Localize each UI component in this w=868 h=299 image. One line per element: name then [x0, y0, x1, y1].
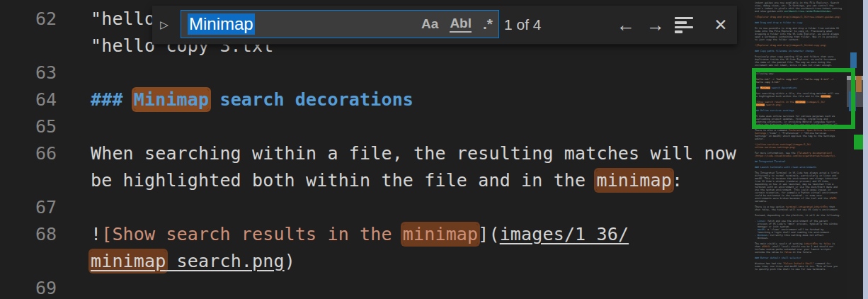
find-match-highlight: Minimap: [134, 89, 209, 110]
code-text: be highlighted both within the file and …: [91, 170, 596, 191]
arrow-right-icon: →: [646, 14, 665, 35]
chevron-right-icon: ▷: [160, 18, 169, 31]
minimap-text: Instead, depending on the platform, it w…: [755, 214, 840, 217]
selection-lines-icon: [675, 26, 693, 29]
minimap-text: when false, the terminal will not use VS…: [755, 208, 839, 211]
whole-word-button[interactable]: Abl: [450, 16, 472, 33]
minimap-text: variable.: [755, 200, 767, 203]
minimap-line: environments were broken because of the …: [755, 197, 847, 200]
minimap-text: ![Explorer drag and drop](images/1_36/dn…: [755, 44, 826, 47]
code-text: !: [91, 224, 101, 244]
minimap-line: Settings" on macOS) which applies the ta…: [755, 135, 847, 137]
code-text: _search.png: [166, 251, 284, 271]
minimap-text: (https://code.visualstudio.com/docs/gets…: [755, 154, 835, 157]
find-input[interactable]: Minimap Aa Abl .*: [181, 10, 499, 38]
line-number: 69: [0, 275, 57, 299]
minimap-text: ## Integrated Terminal: [755, 160, 786, 163]
minimap-text: Settings" on macOS) which applies the ta…: [755, 135, 835, 137]
code-text: images/1_36/: [500, 224, 629, 244]
selection-lines-icon: [675, 30, 683, 33]
match-case-button[interactable]: Aa: [421, 16, 438, 32]
minimap-text: .: [835, 154, 836, 157]
line-number: 64: [0, 86, 57, 113]
line-number: 63: [0, 60, 57, 86]
minimap-text: false: [784, 251, 792, 254]
minimap-line: ![Explorer drag and drop](images/1_36/tr…: [755, 16, 847, 18]
find-in-selection-button[interactable]: [675, 6, 699, 44]
overview-ruler-marker-blue: [850, 52, 857, 68]
code-line[interactable]: ![Show search results in the minimap](im…: [91, 221, 629, 248]
minimap-text: online-services-settings.png): [755, 146, 796, 149]
annotation-marker: [854, 135, 864, 150]
find-match-highlight: minimap: [596, 170, 671, 191]
toggle-replace-button[interactable]: ▷: [152, 6, 176, 44]
selection-lines-icon: [675, 21, 687, 24]
minimap-text: ### Launch terminals with clean environm…: [755, 166, 816, 169]
line-number: 66: [0, 140, 57, 167]
code-text: search decorations: [209, 89, 413, 110]
minimap-line: (https://code.visualstudio.com/docs/gets…: [755, 154, 847, 157]
minimap-text: .: [830, 10, 832, 13]
minimap-text: ![Explorer drag and drop](images/1_36/tr…: [755, 16, 840, 18]
arrow-left-icon: ←: [617, 14, 635, 35]
code-line[interactable]: When searching within a file, the result…: [91, 140, 736, 167]
regex-button[interactable]: .*: [483, 16, 493, 33]
next-match-button[interactable]: →: [644, 6, 668, 44]
code-text: ](: [478, 224, 499, 244]
find-widget: ▷ Minimap Aa Abl .* 1 of 4 ← → ✕: [152, 6, 737, 45]
minimap-text: : Currently this setting does not affect: [767, 234, 823, 237]
minimap-text: to quickly pick the shell to use for new…: [755, 268, 826, 271]
minimap-text: increment was not ideal, since it was no…: [755, 64, 832, 67]
overview-ruler-marker-find: [856, 76, 862, 92]
code-line[interactable]: ### Minimap search decorations: [91, 86, 413, 113]
minimap-text: ### Copy paths filename incrementer chan…: [755, 50, 813, 52]
close-find-widget-button[interactable]: ✕: [709, 6, 733, 44]
line-number: 62: [0, 6, 57, 33]
find-match-highlight: minimap: [403, 224, 478, 244]
selection-lines-icon: [675, 17, 693, 20]
minimap-line: when false, the terminal will not use VS…: [755, 208, 847, 211]
minimap-text: ### Better default shell selector: [755, 256, 801, 259]
minimap-text: editor.: [755, 137, 765, 140]
close-icon: ✕: [714, 16, 727, 34]
minimap-text: and show guides with: [755, 10, 784, 13]
minimap-text: ### Drag and drop a folder to copy: [755, 21, 802, 24]
minimap-line: Instead, depending on the platform, it w…: [755, 214, 847, 217]
minimap-text: Windows.: [755, 237, 769, 239]
line-number: 67: [0, 194, 57, 221]
minimap-text: outside the value to: [755, 251, 784, 254]
minimap-content: indent guides are now available in the F…: [755, 0, 847, 271]
line-number: 65: [0, 113, 57, 140]
code-text: When searching within a file, the result…: [91, 143, 736, 164]
annotation-rectangle: [752, 68, 855, 129]
window-edge-strip: [863, 0, 868, 299]
code-text: ###: [91, 89, 134, 110]
minimap-text: $PATH: [829, 197, 836, 200]
previous-match-button[interactable]: ←: [614, 6, 638, 44]
minimap-line: to quickly pick the shell to use for new…: [755, 268, 847, 271]
minimap-text: in the future.: [792, 251, 813, 254]
code-text: :: [672, 170, 683, 191]
code-line[interactable]: minimap_search.png): [91, 248, 295, 275]
line-number: 68: [0, 221, 57, 248]
find-results-count: 1 of 4: [504, 6, 542, 44]
minimap-text: workbench.tree.renderIndentGuides: [784, 10, 831, 13]
find-match-highlight: minimap: [91, 251, 166, 271]
overview-ruler[interactable]: [847, 0, 863, 299]
minimap[interactable]: indent guides are now available in the F…: [755, 0, 847, 299]
code-text: ): [285, 251, 295, 271]
code-text: [Show search results in the: [101, 224, 403, 244]
code-line[interactable]: be highlighted both within the file and …: [91, 167, 683, 194]
editor-region[interactable]: 62"hello.txt" -> "hello copy.txt" -> "he…: [0, 0, 868, 299]
minimap-text: to just copy the folder content.: [755, 38, 800, 41]
find-query-selected-text: Minimap: [188, 13, 255, 35]
